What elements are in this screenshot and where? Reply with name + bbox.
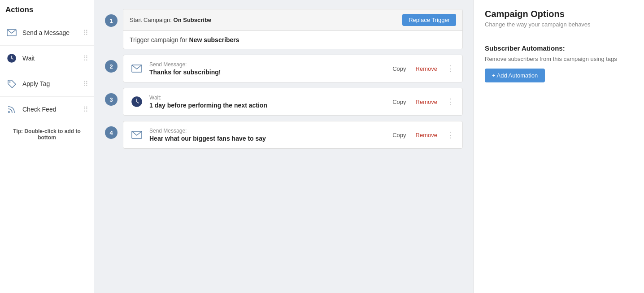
tip-text: Double-click to add to bottom [23, 128, 81, 141]
actions-sidebar: Actions Send a Message ⠿ Wait ⠿ [0, 0, 94, 293]
step-card-4: Send Message: Hear what our biggest fans… [123, 121, 463, 149]
copy-button-3[interactable]: Copy [388, 97, 410, 107]
clock-icon [5, 52, 18, 65]
sidebar-tip: Tip: Double-click to add to bottom [0, 124, 94, 145]
trigger-body-prefix: Trigger campaign for [130, 36, 189, 43]
action-content-4: Send Message: Hear what our biggest fans… [149, 128, 383, 142]
action-envelope-icon-2 [130, 61, 144, 76]
sidebar-item-send-message[interactable]: Send a Message ⠿ [0, 20, 94, 45]
drag-handle-wait[interactable]: ⠿ [83, 54, 88, 63]
trigger-highlight: On Subscribe [174, 17, 212, 23]
action-card-4: Send Message: Hear what our biggest fans… [123, 121, 462, 148]
action-actions-4: Copy Remove ⋮ [388, 130, 456, 140]
apply-tag-label: Apply Tag [22, 80, 83, 87]
action-dots-4[interactable]: ⋮ [444, 130, 456, 140]
main-content: 1 Start Campaign: On Subscribe Replace T… [94, 0, 474, 293]
right-panel-divider [485, 37, 633, 37]
subscriber-automations-title: Subscriber Automations: [485, 44, 633, 52]
action-label-4: Send Message: [149, 128, 383, 134]
drag-handle-check-feed[interactable]: ⠿ [83, 105, 88, 114]
step-row-3: 3 Wait: 1 day before performing the next… [105, 88, 463, 116]
right-panel: Campaign Options Change the way your cam… [474, 0, 644, 293]
action-label-3: Wait: [149, 95, 383, 101]
action-clock-icon-3 [130, 95, 144, 109]
drag-handle-apply-tag[interactable]: ⠿ [83, 80, 88, 88]
subscriber-automations-desc: Remove subscribers from this campaign us… [485, 56, 633, 62]
tag-icon [5, 78, 18, 90]
envelope-icon [5, 26, 18, 39]
action-actions-2: Copy Remove ⋮ [388, 64, 456, 74]
action-title-4: Hear what our biggest fans have to say [149, 135, 383, 142]
remove-button-2[interactable]: Remove [411, 64, 442, 74]
copy-button-2[interactable]: Copy [388, 64, 410, 74]
step-card-2: Send Message: Thanks for subscribing! Co… [123, 55, 463, 82]
trigger-prefix: Start Campaign: [130, 17, 174, 23]
action-title-3: 1 day before performing the next action [149, 102, 383, 109]
step-card-trigger: Start Campaign: On Subscribe Replace Tri… [123, 9, 463, 49]
sidebar-item-apply-tag[interactable]: Apply Tag ⠿ [0, 71, 94, 96]
wait-label: Wait [22, 55, 83, 62]
campaign-options-title: Campaign Options [485, 9, 633, 19]
drag-handle-send-message[interactable]: ⠿ [83, 29, 88, 37]
action-dots-2[interactable]: ⋮ [444, 64, 456, 73]
step-card-3: Wait: 1 day before performing the next a… [123, 88, 463, 116]
action-title-2: Thanks for subscribing! [149, 69, 383, 76]
send-message-label: Send a Message [22, 29, 83, 36]
step-row-1: 1 Start Campaign: On Subscribe Replace T… [105, 9, 463, 49]
sidebar-item-check-feed[interactable]: Check Feed ⠿ [0, 96, 94, 122]
tip-prefix: Tip: [13, 128, 23, 134]
action-label-2: Send Message: [149, 61, 383, 68]
svg-point-5 [9, 82, 11, 83]
trigger-body-highlight: New subscribers [189, 36, 239, 43]
trigger-header-text: Start Campaign: On Subscribe [130, 17, 211, 23]
check-feed-label: Check Feed [22, 106, 83, 113]
action-card-3: Wait: 1 day before performing the next a… [123, 88, 462, 115]
action-content-2: Send Message: Thanks for subscribing! [149, 61, 383, 76]
remove-button-4[interactable]: Remove [411, 130, 442, 140]
replace-trigger-button[interactable]: Replace Trigger [402, 14, 456, 26]
remove-button-3[interactable]: Remove [411, 97, 442, 107]
svg-point-6 [8, 111, 10, 113]
wait-day-highlight: 1 day [149, 102, 165, 109]
action-actions-3: Copy Remove ⋮ [388, 97, 456, 107]
sidebar-item-wait[interactable]: Wait ⠿ [0, 45, 94, 71]
trigger-body: Trigger campaign for New subscribers [123, 31, 462, 49]
action-card-2: Send Message: Thanks for subscribing! Co… [123, 55, 462, 82]
copy-button-4[interactable]: Copy [388, 130, 410, 140]
trigger-header: Start Campaign: On Subscribe Replace Tri… [123, 9, 462, 31]
action-content-3: Wait: 1 day before performing the next a… [149, 95, 383, 109]
action-envelope-icon-4 [130, 128, 144, 142]
sidebar-title: Actions [0, 5, 94, 20]
step-row-4: 4 Send Message: Hear what our biggest fa… [105, 121, 463, 149]
feed-icon [5, 103, 18, 116]
action-dots-3[interactable]: ⋮ [444, 97, 456, 107]
step-number-1: 1 [105, 14, 117, 27]
step-number-2: 2 [105, 60, 117, 73]
add-automation-button[interactable]: + Add Automation [485, 69, 545, 82]
wait-day-suffix: before performing the next action [165, 102, 267, 109]
step-row-2: 2 Send Message: Thanks for subscribing! … [105, 55, 463, 82]
campaign-options-subtitle: Change the way your campaign behaves [485, 21, 633, 28]
step-number-4: 4 [105, 126, 117, 139]
step-number-3: 3 [105, 93, 117, 106]
